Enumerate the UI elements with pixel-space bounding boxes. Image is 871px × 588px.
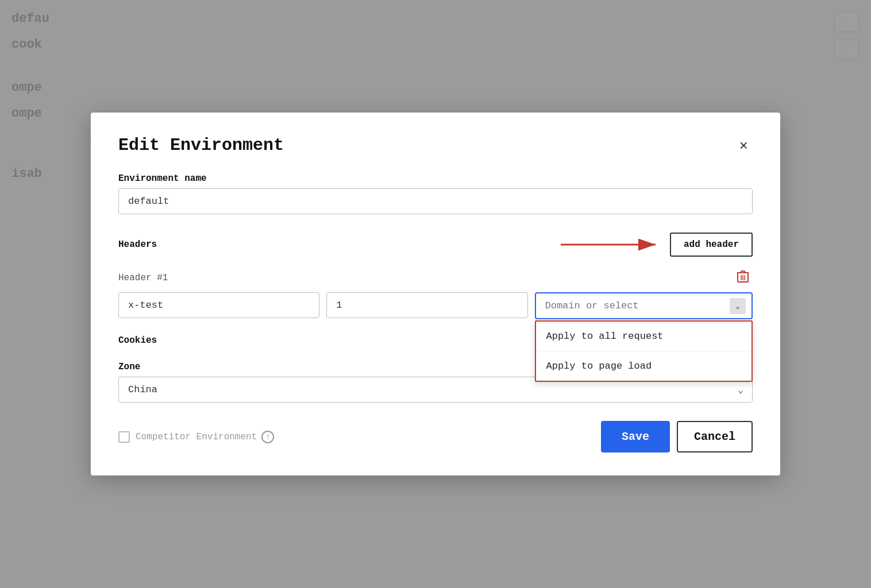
trash-icon — [737, 269, 749, 283]
env-name-input[interactable] — [118, 188, 753, 214]
dropdown-item-page-load[interactable]: Apply to page load — [536, 351, 752, 381]
domain-select-container: ⌄ Apply to all request Apply to page loa… — [535, 292, 753, 319]
domain-select-input[interactable] — [535, 292, 753, 319]
dialog-header: Edit Environment × — [118, 136, 753, 155]
header-1-inputs: ⌄ Apply to all request Apply to page loa… — [118, 292, 753, 319]
footer-buttons: Save Cancel — [601, 421, 753, 452]
header-1-label: Header #1 — [118, 273, 168, 283]
save-button[interactable]: Save — [601, 421, 670, 452]
dialog-footer: Competitor Environment ? Save Cancel — [118, 421, 753, 452]
headers-label: Headers — [118, 239, 157, 250]
env-name-label: Environment name — [118, 173, 753, 184]
header-1-value-input[interactable] — [326, 292, 527, 318]
competitor-label: Competitor Environment ? — [136, 431, 274, 443]
modal-overlay: Edit Environment × Environment name Head… — [0, 0, 871, 588]
delete-header-1-button[interactable] — [733, 268, 753, 288]
header-item-1-top: Header #1 — [118, 268, 753, 288]
competitor-checkbox[interactable] — [118, 431, 130, 443]
competitor-check-row: Competitor Environment ? — [118, 431, 274, 443]
cancel-button[interactable]: Cancel — [677, 421, 753, 452]
headers-top-row: Headers add header — [118, 230, 753, 259]
header-item-1: Header #1 — [118, 268, 753, 319]
dialog-title: Edit Environment — [118, 136, 284, 155]
arrow-area: add header — [157, 230, 753, 259]
dropdown-item-all-request[interactable]: Apply to all request — [536, 322, 752, 351]
headers-section: Headers add header — [118, 230, 753, 319]
help-icon[interactable]: ? — [261, 431, 274, 443]
header-1-key-input[interactable] — [118, 292, 319, 318]
competitor-label-text: Competitor Environment — [136, 432, 257, 442]
red-arrow — [555, 230, 670, 259]
env-name-section: Environment name — [118, 173, 753, 214]
add-header-button[interactable]: add header — [670, 233, 753, 257]
close-button[interactable]: × — [735, 136, 753, 155]
domain-dropdown: Apply to all request Apply to page load — [535, 320, 753, 382]
edit-environment-dialog: Edit Environment × Environment name Head… — [91, 113, 780, 475]
